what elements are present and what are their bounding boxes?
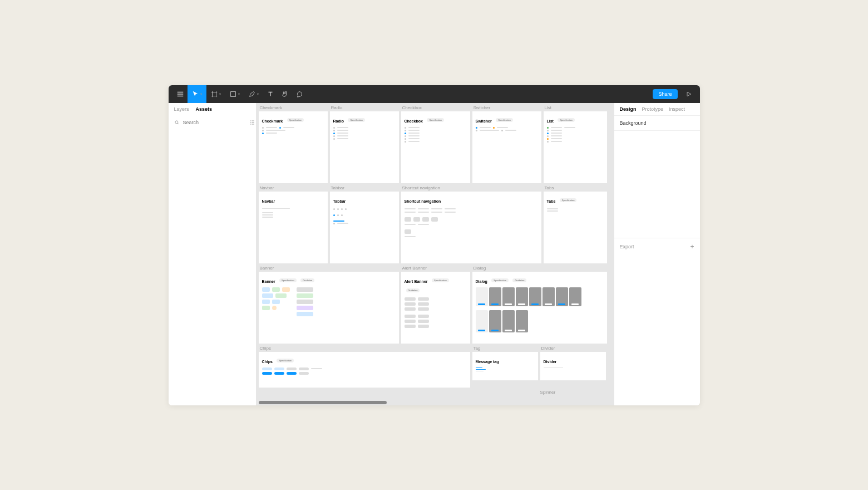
cursor-icon	[191, 90, 199, 98]
move-tool-button[interactable]: ▾	[188, 85, 206, 103]
tab-prototype[interactable]: Prototype	[642, 106, 664, 112]
hamburger-icon	[176, 90, 184, 98]
frame-label: Navbar	[259, 185, 328, 192]
chevron-down-icon: ▾	[257, 92, 259, 96]
frame-label: Chips	[259, 346, 470, 352]
frame-banner[interactable]: Banner Banner Specification Guideline	[259, 266, 399, 344]
frame-alert-banner[interactable]: Alert Banner Alert Banner Specification …	[401, 266, 470, 344]
spec-badge: Specification	[348, 118, 365, 122]
left-panel-tabs: Layers Assets	[169, 103, 256, 115]
app-window: ▾ ▾ ▾ ▾ Share	[169, 85, 700, 405]
hand-tool-button[interactable]	[278, 85, 292, 103]
frame-divider[interactable]: Divider Divider	[540, 346, 606, 380]
frame-label: Alert Banner	[401, 266, 470, 272]
frame-title: Radio	[333, 119, 344, 123]
search-icon	[174, 117, 180, 128]
frame-label: Switcher	[472, 105, 541, 111]
frame-chips[interactable]: Chips Chips Specification	[259, 346, 470, 388]
frame-switcher[interactable]: Switcher Switcher Specification	[472, 105, 541, 183]
svg-rect-0	[231, 91, 236, 96]
tab-design[interactable]: Design	[620, 106, 637, 112]
frame-label: Radio	[330, 105, 399, 111]
shape-tool-button[interactable]: ▾	[225, 85, 244, 103]
spec-badge: Specification	[491, 278, 509, 282]
spec-badge: Specification	[287, 118, 304, 122]
comment-tool-button[interactable]	[292, 85, 307, 103]
frame-title: Banner	[262, 280, 275, 283]
frame-title: Tabs	[547, 199, 556, 203]
play-icon	[685, 91, 692, 97]
frame-dialog[interactable]: Dialog Dialog Specification Guideline	[472, 266, 607, 344]
add-export-button[interactable]: +	[690, 243, 694, 251]
frame-checkmark[interactable]: Checkmark Checkmark Specification	[259, 105, 328, 183]
guideline-badge: Guideline	[406, 288, 420, 292]
pen-tool-button[interactable]: ▾	[244, 85, 263, 103]
spec-badge: Specification	[496, 118, 513, 122]
frame-tabbar[interactable]: Tabbar Tabbar	[330, 185, 399, 263]
chevron-down-icon: ▾	[238, 92, 240, 96]
guideline-badge: Guideline	[300, 278, 314, 282]
frame-title: Chips	[262, 360, 273, 364]
chevron-down-icon: ▾	[219, 92, 221, 96]
frame-list[interactable]: List List Specification	[544, 105, 607, 183]
svg-point-1	[175, 120, 177, 123]
list-view-icon[interactable]	[249, 119, 255, 126]
spec-badge: Specification	[560, 198, 577, 202]
frame-label: Spinner	[539, 390, 605, 396]
spec-badge: Specification	[432, 278, 449, 282]
frame-label: Checkmark	[259, 105, 328, 111]
frame-label: Divider	[540, 346, 606, 352]
background-label: Background	[620, 120, 647, 126]
spec-badge: Specification	[427, 118, 444, 122]
spec-badge: Specification	[558, 118, 575, 122]
canvas[interactable]: Checkmark Checkmark Specification Radio	[257, 103, 614, 405]
tab-inspect[interactable]: Inspect	[669, 106, 685, 112]
horizontal-scrollbar[interactable]	[259, 401, 387, 404]
frame-title: List	[547, 119, 554, 123]
share-button[interactable]: Share	[653, 89, 677, 99]
frame-spinner[interactable]: Spinner	[539, 390, 605, 398]
frame-radio[interactable]: Radio Radio Specification	[330, 105, 399, 183]
toolbar: ▾ ▾ ▾ ▾ Share	[169, 85, 700, 103]
spec-badge: Specification	[277, 359, 294, 362]
main-menu-button[interactable]	[173, 85, 188, 103]
search-input[interactable]	[183, 120, 245, 125]
frame-label: Shortcut navigation	[401, 185, 541, 192]
text-tool-button[interactable]	[263, 85, 278, 103]
background-section: Background	[614, 116, 700, 131]
frame-title: Tabbar	[333, 199, 346, 203]
frame-label: Dialog	[472, 266, 607, 272]
rectangle-icon	[229, 90, 237, 98]
frame-tag[interactable]: Tag Message tag	[472, 346, 538, 380]
frame-tabs[interactable]: Tabs Tabs Specification	[544, 185, 607, 263]
frame-title: Switcher	[476, 119, 492, 123]
frame-label: Tabbar	[330, 185, 399, 192]
main-area: Layers Assets Checkmark	[169, 103, 700, 405]
right-panel: Design Prototype Inspect Background Expo…	[614, 103, 700, 405]
frame-title: Divider	[544, 360, 557, 364]
guideline-badge: Guideline	[512, 278, 526, 282]
search-row	[169, 115, 256, 130]
frame-tool-button[interactable]: ▾	[206, 85, 225, 103]
present-button[interactable]	[682, 87, 696, 101]
pen-icon	[248, 90, 256, 98]
frame-label: Banner	[259, 266, 399, 272]
frame-shortcut-navigation[interactable]: Shortcut navigation Shortcut navigation	[401, 185, 541, 263]
tab-assets[interactable]: Assets	[196, 106, 213, 112]
export-label: Export	[620, 244, 634, 249]
frame-title: Shortcut navigation	[405, 199, 441, 203]
export-section: Export +	[614, 238, 700, 255]
frame-navbar[interactable]: Navbar Navbar	[259, 185, 328, 263]
comment-icon	[295, 90, 303, 98]
frame-label: Tag	[472, 346, 538, 352]
frame-title: Alert Banner	[405, 280, 428, 283]
frame-title: Checkbox	[405, 119, 423, 123]
right-panel-tabs: Design Prototype Inspect	[614, 103, 700, 116]
spec-badge: Specification	[279, 278, 297, 282]
frame-title: Dialog	[476, 280, 487, 283]
frame-title: Message tag	[476, 360, 499, 364]
tab-layers[interactable]: Layers	[174, 106, 189, 112]
frame-label: List	[544, 105, 607, 111]
left-panel: Layers Assets	[169, 103, 257, 405]
frame-checkbox[interactable]: Checkbox Checkbox Specification	[401, 105, 470, 183]
